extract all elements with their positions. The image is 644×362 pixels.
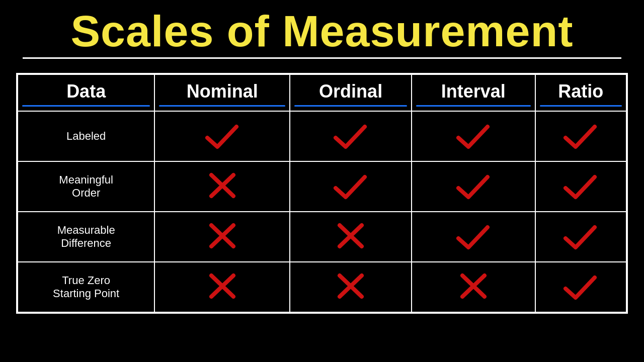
cell-r2-c2 <box>412 212 535 262</box>
header-data: Data <box>18 74 154 111</box>
table-row: MeasurableDifference <box>18 212 626 262</box>
cell-r3-c1 <box>290 262 412 312</box>
cell-r1-c2 <box>412 161 535 212</box>
scales-table: Data Nominal Ordinal Interval Ratio <box>17 74 627 313</box>
header-nominal: Nominal <box>154 74 290 111</box>
header-ratio: Ratio <box>535 74 626 111</box>
cell-r1-c0 <box>154 161 290 212</box>
cell-r0-c2 <box>412 111 535 161</box>
cell-r2-c3 <box>535 212 626 262</box>
table-body: Labeled MeaningfulOrder MeasurableDiffer… <box>18 111 626 312</box>
cell-r3-c2 <box>412 262 535 312</box>
cell-r2-c1 <box>290 212 412 262</box>
header-ordinal: Ordinal <box>290 74 412 111</box>
table-container: Data Nominal Ordinal Interval Ratio <box>16 73 628 314</box>
cell-r3-c0 <box>154 262 290 312</box>
header-interval: Interval <box>412 74 535 111</box>
table-row: True ZeroStarting Point <box>18 262 626 312</box>
cell-r0-c0 <box>154 111 290 161</box>
row-label-2: MeasurableDifference <box>18 212 154 262</box>
title-divider <box>23 57 621 59</box>
cell-r1-c3 <box>535 161 626 212</box>
main-title: Scales of Measurement <box>10 9 634 53</box>
title-section: Scales of Measurement <box>0 0 644 64</box>
table-row: Labeled <box>18 111 626 161</box>
cell-r0-c1 <box>290 111 412 161</box>
header-row: Data Nominal Ordinal Interval Ratio <box>18 74 626 111</box>
cell-r3-c3 <box>535 262 626 312</box>
row-label-3: True ZeroStarting Point <box>18 262 154 312</box>
row-label-1: MeaningfulOrder <box>18 161 154 212</box>
row-label-0: Labeled <box>18 111 154 161</box>
cell-r0-c3 <box>535 111 626 161</box>
table-row: MeaningfulOrder <box>18 161 626 212</box>
cell-r2-c0 <box>154 212 290 262</box>
cell-r1-c1 <box>290 161 412 212</box>
